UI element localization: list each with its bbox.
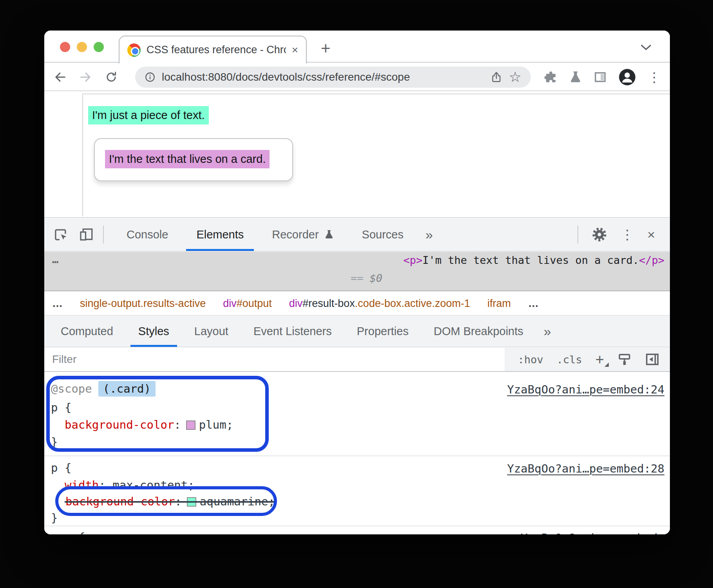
rule2-selector[interactable]: p { <box>51 460 71 475</box>
filter-field-container <box>44 348 505 371</box>
tab-recorder[interactable]: Recorder <box>258 218 347 251</box>
device-toolbar-icon[interactable] <box>79 227 94 242</box>
new-style-rule-button[interactable]: + <box>595 352 604 367</box>
settings-gear-icon[interactable] <box>592 227 607 242</box>
card-paragraph: I'm the text that lives on a card. <box>105 150 270 168</box>
tab-close-icon[interactable]: × <box>292 44 298 56</box>
side-panel-icon[interactable] <box>594 70 607 84</box>
breadcrumb-item[interactable]: single-output.results-active <box>80 298 206 310</box>
minimize-window-button[interactable] <box>77 42 87 52</box>
tab-event-listeners[interactable]: Event Listeners <box>241 316 344 347</box>
plain-paragraph: I'm just a piece of text. <box>88 106 209 124</box>
tab-computed[interactable]: Computed <box>48 316 126 347</box>
breadcrumb-overflow-left[interactable]: … <box>52 298 63 310</box>
browser-toolbar: localhost:8080/docs/devtools/css/referen… <box>44 63 670 91</box>
rule-divider <box>44 526 670 526</box>
filter-input[interactable] <box>52 353 459 366</box>
more-sidebar-tabs-icon[interactable]: » <box>536 324 559 339</box>
devtools-menu-icon[interactable]: ⋮ <box>621 228 634 241</box>
styles-sidebar-tabbar: Computed Styles Layout Event Listeners P… <box>44 316 670 347</box>
tab-properties[interactable]: Properties <box>344 316 421 347</box>
tab-styles[interactable]: Styles <box>126 316 182 347</box>
tab-dom-breakpoints[interactable]: DOM Breakpoints <box>421 316 536 347</box>
styles-filter-row: :hov .cls + <box>44 348 670 372</box>
bookmark-star-icon[interactable]: ☆ <box>509 70 521 84</box>
rule2-width-declaration[interactable]: width: max-content; <box>65 478 195 492</box>
flask-icon[interactable] <box>569 70 582 84</box>
rule1-selector[interactable]: p { <box>51 400 71 415</box>
browser-tab[interactable]: CSS features reference - Chrom × <box>119 36 307 63</box>
rule2-source-link[interactable]: YzaBqOo?ani…pe=embed:28 <box>507 462 664 475</box>
styles-pane: @scope(.card) YzaBqOo?ani…pe=embed:24 p … <box>44 373 670 534</box>
breadcrumb-overflow-right[interactable]: … <box>528 298 539 310</box>
divider <box>577 225 578 243</box>
element-classes-toggle[interactable]: .cls <box>557 354 582 366</box>
breadcrumb: … single-output.results-active div#outpu… <box>44 292 670 316</box>
rule2-overridden-declaration[interactable]: background-color:aquamarine; <box>65 494 275 509</box>
browser-menu-icon[interactable]: ⋮ <box>648 70 661 84</box>
breadcrumb-item-selected[interactable]: div#result-box.code-box.active.zoom-1 <box>289 298 470 310</box>
devtools-close-icon[interactable]: × <box>647 227 655 242</box>
share-icon[interactable] <box>490 71 503 83</box>
experiment-flask-icon <box>324 229 334 240</box>
info-icon[interactable] <box>145 72 156 83</box>
reload-icon[interactable] <box>105 70 118 84</box>
breadcrumb-item[interactable]: div#output <box>223 298 272 310</box>
result-frame-top-border <box>82 94 670 94</box>
filter-controls: :hov .cls + <box>505 348 670 371</box>
rule-divider <box>44 456 670 456</box>
plum-color-swatch[interactable] <box>186 420 195 430</box>
browser-window: CSS features reference - Chrom × + local… <box>44 31 670 534</box>
extensions-puzzle-icon[interactable] <box>544 70 557 84</box>
aquamarine-color-swatch[interactable] <box>187 497 196 507</box>
tab-console[interactable]: Console <box>112 218 182 251</box>
at-scope-header[interactable]: @scope(.card) <box>51 381 156 396</box>
dom-tree-selected-row[interactable]: … <p>I'm the text that lives on a card.<… <box>44 252 670 291</box>
devtools-tabbar: Console Elements Recorder Sources » ⋮ × <box>44 218 670 251</box>
clipped-rule-row: p { YzaBqOo?ani…pe=embed: <box>44 529 670 534</box>
tab-layout[interactable]: Layout <box>182 316 241 347</box>
zoom-window-button[interactable] <box>94 42 104 52</box>
rule2-close-brace: } <box>51 510 58 525</box>
url-text[interactable]: localhost:8080/docs/devtools/css/referen… <box>162 71 484 83</box>
close-window-button[interactable] <box>60 42 70 52</box>
inspect-element-icon[interactable] <box>53 227 69 242</box>
chevron-down-icon[interactable] <box>640 44 652 51</box>
address-bar[interactable]: localhost:8080/docs/devtools/css/referen… <box>135 67 531 88</box>
divider <box>103 225 104 243</box>
devtools-panel: Console Elements Recorder Sources » ⋮ × … <box>44 217 670 534</box>
chrome-favicon-icon <box>127 43 141 57</box>
selected-element-markup[interactable]: <p>I'm the text that lives on a card.</p… <box>404 254 665 266</box>
rule1-declaration[interactable]: background-color:plum; <box>65 417 233 432</box>
toggle-sidebar-icon[interactable] <box>645 352 660 367</box>
page-content: I'm just a piece of text. I'm the text t… <box>44 92 670 217</box>
scope-selector-highlight[interactable]: (.card) <box>98 381 156 397</box>
paint-roller-icon[interactable] <box>617 352 632 366</box>
tab-elements[interactable]: Elements <box>182 218 258 251</box>
tab-title: CSS features reference - Chrom <box>147 44 286 56</box>
avatar[interactable] <box>619 69 636 86</box>
forward-icon[interactable] <box>79 70 93 84</box>
result-frame-left-border <box>82 94 83 216</box>
title-bar: CSS features reference - Chrom × + <box>44 31 670 63</box>
new-tab-button[interactable]: + <box>321 39 331 58</box>
breadcrumb-item[interactable]: ifram <box>487 298 511 310</box>
dollar-zero-hint: ==$0 <box>351 272 382 284</box>
traffic-lights <box>60 42 104 52</box>
rule1-source-link[interactable]: YzaBqOo?ani…pe=embed:24 <box>507 383 664 396</box>
back-icon[interactable] <box>53 70 67 84</box>
rule1-close-brace: } <box>51 435 58 449</box>
demo-card: I'm the text that lives on a card. <box>94 138 293 181</box>
more-tabs-icon[interactable]: » <box>418 227 441 242</box>
dom-ellipsis[interactable]: … <box>52 253 59 265</box>
pseudo-state-toggle[interactable]: :hov <box>518 354 543 366</box>
tab-sources[interactable]: Sources <box>348 218 418 251</box>
